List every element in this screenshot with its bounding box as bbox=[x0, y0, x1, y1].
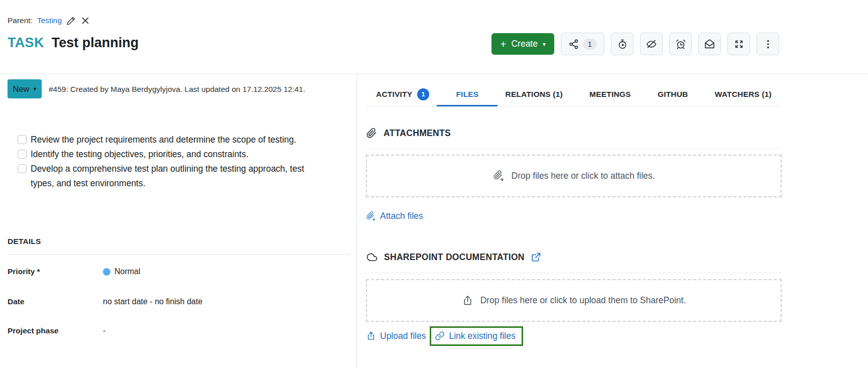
open-envelope-icon bbox=[704, 38, 715, 50]
link-existing-files-highlight: Link existing files bbox=[430, 326, 523, 346]
alarm-clock-icon bbox=[675, 39, 686, 50]
edit-parent-button[interactable] bbox=[66, 16, 76, 26]
tab-files-label: FILES bbox=[456, 90, 478, 99]
link-existing-files-label: Link existing files bbox=[449, 331, 515, 341]
remove-parent-button[interactable] bbox=[80, 16, 90, 26]
sharepoint-section-heading: SHAREPOINT DOCUMENTATION bbox=[366, 252, 782, 263]
field-row-project-phase: Project phase - bbox=[8, 324, 105, 337]
checkbox[interactable] bbox=[18, 150, 27, 159]
tab-activity-label: ACTIVITY bbox=[376, 90, 412, 99]
fullscreen-button[interactable] bbox=[727, 33, 750, 55]
field-value-priority[interactable]: Normal bbox=[103, 267, 141, 276]
sharepoint-dropzone-text: Drop files here or click to upload them … bbox=[480, 295, 686, 306]
tab-github[interactable]: GITHUB bbox=[658, 82, 688, 106]
sharepoint-actions-row: Upload files Link existing files bbox=[366, 326, 782, 346]
tab-activity[interactable]: ACTIVITY 1 bbox=[376, 82, 429, 106]
notification-settings-button[interactable] bbox=[698, 33, 721, 55]
close-icon bbox=[80, 16, 90, 26]
section-divider bbox=[366, 273, 782, 273]
section-divider bbox=[366, 148, 782, 149]
tab-relations-label: RELATIONS (1) bbox=[506, 90, 563, 99]
attachments-dropzone-text: Drop files here or click to attach files… bbox=[512, 171, 655, 181]
field-value-date[interactable]: no start date - no finish date bbox=[103, 297, 202, 306]
tab-relations[interactable]: RELATIONS (1) bbox=[506, 82, 563, 106]
paperclip-plus-icon bbox=[493, 170, 505, 182]
priority-dot-icon bbox=[103, 268, 110, 276]
link-existing-files-link[interactable]: Link existing files bbox=[435, 331, 515, 341]
tab-watchers-label: WATCHERS (1) bbox=[715, 90, 772, 99]
chevron-down-icon: ▾ bbox=[543, 41, 546, 47]
title-row: TASK Test planning bbox=[8, 35, 139, 51]
checkbox[interactable] bbox=[18, 164, 27, 173]
tab-meetings-label: MEETINGS bbox=[589, 90, 631, 99]
tab-github-label: GITHUB bbox=[658, 90, 688, 99]
eye-slash-icon bbox=[646, 38, 657, 50]
toolbar: + Create ▾ 1 bbox=[491, 33, 779, 55]
tab-files[interactable]: FILES bbox=[456, 82, 478, 106]
chain-link-icon bbox=[435, 331, 445, 341]
status-dropdown[interactable]: New ▾ bbox=[8, 79, 42, 98]
chevron-down-icon: ▾ bbox=[33, 86, 36, 92]
sharepoint-dropzone[interactable]: Drop files here or click to upload them … bbox=[366, 279, 782, 322]
date-value-text: no start date - no finish date bbox=[103, 297, 202, 306]
description-checklist: Review the project requirements and dete… bbox=[18, 133, 328, 191]
attach-files-link[interactable]: Attach files bbox=[366, 211, 423, 221]
work-package-type[interactable]: TASK bbox=[8, 35, 44, 51]
expand-arrows-icon bbox=[733, 39, 745, 50]
breadcrumb: Parent: Testing bbox=[8, 16, 90, 26]
checklist-item-label: Identify the testing objectives, priorit… bbox=[31, 147, 249, 162]
share-button[interactable]: 1 bbox=[561, 33, 604, 55]
details-divider bbox=[8, 254, 350, 255]
create-button-label: Create bbox=[511, 39, 538, 49]
paperclip-plus-icon bbox=[366, 211, 376, 221]
reminder-button[interactable] bbox=[669, 33, 692, 55]
field-label-date: Date bbox=[8, 297, 103, 306]
field-label-priority: Priority * bbox=[8, 267, 103, 276]
field-row-priority: Priority * Normal bbox=[8, 265, 141, 278]
share-icon bbox=[568, 39, 579, 50]
external-link-icon[interactable] bbox=[531, 252, 541, 262]
checklist-item-label: Review the project requirements and dete… bbox=[31, 133, 296, 147]
work-package-meta: #459: Created by Maya Berdygylyjova. Las… bbox=[49, 85, 305, 94]
tab-bar: ACTIVITY 1 FILES RELATIONS (1) MEETINGS … bbox=[366, 74, 782, 106]
attach-files-label: Attach files bbox=[380, 211, 423, 221]
pencil-icon bbox=[66, 16, 76, 26]
paperclip-icon bbox=[366, 128, 377, 139]
field-row-date: Date no start date - no finish date bbox=[8, 295, 202, 308]
upload-icon bbox=[462, 295, 473, 306]
parent-link[interactable]: Testing bbox=[37, 16, 62, 25]
plus-icon: + bbox=[500, 39, 506, 49]
page-title[interactable]: Test planning bbox=[52, 35, 139, 51]
status-label: New bbox=[13, 84, 29, 94]
parent-label: Parent: bbox=[8, 16, 33, 25]
share-count-badge: 1 bbox=[583, 39, 597, 50]
sharepoint-heading-label: SHAREPOINT DOCUMENTATION bbox=[384, 252, 525, 263]
attachments-dropzone[interactable]: Drop files here or click to attach files… bbox=[366, 155, 782, 197]
attachments-section-heading: ATTACHMENTS bbox=[366, 128, 782, 139]
more-menu-button[interactable] bbox=[757, 33, 779, 55]
checklist-item[interactable]: Develop a comprehensive test plan outlin… bbox=[18, 162, 328, 191]
create-button[interactable]: + Create ▾ bbox=[491, 33, 554, 55]
upload-files-label: Upload files bbox=[380, 331, 426, 341]
project-phase-value-text: - bbox=[103, 326, 105, 335]
start-timer-button[interactable] bbox=[611, 33, 634, 55]
checkbox[interactable] bbox=[18, 135, 27, 144]
checklist-item[interactable]: Review the project requirements and dete… bbox=[18, 133, 328, 147]
field-value-project-phase[interactable]: - bbox=[103, 326, 105, 335]
field-label-project-phase: Project phase bbox=[8, 326, 103, 335]
kebab-menu-icon bbox=[763, 39, 774, 50]
unwatch-button[interactable] bbox=[640, 33, 663, 55]
details-heading: DETAILS bbox=[8, 237, 41, 246]
attachments-heading-label: ATTACHMENTS bbox=[384, 128, 451, 139]
tabs-pane: ACTIVITY 1 FILES RELATIONS (1) MEETINGS … bbox=[357, 74, 868, 368]
tab-watchers[interactable]: WATCHERS (1) bbox=[715, 82, 772, 106]
checklist-item[interactable]: Identify the testing objectives, priorit… bbox=[18, 147, 328, 162]
upload-icon bbox=[366, 331, 376, 341]
stopwatch-icon bbox=[617, 39, 628, 50]
checklist-item-label: Develop a comprehensive test plan outlin… bbox=[31, 162, 328, 191]
upload-files-link[interactable]: Upload files bbox=[366, 331, 426, 341]
activity-count-badge: 1 bbox=[417, 88, 429, 100]
details-pane: New ▾ #459: Created by Maya Berdygylyjov… bbox=[0, 74, 356, 368]
tab-meetings[interactable]: MEETINGS bbox=[589, 82, 631, 106]
priority-value-text: Normal bbox=[114, 267, 141, 276]
